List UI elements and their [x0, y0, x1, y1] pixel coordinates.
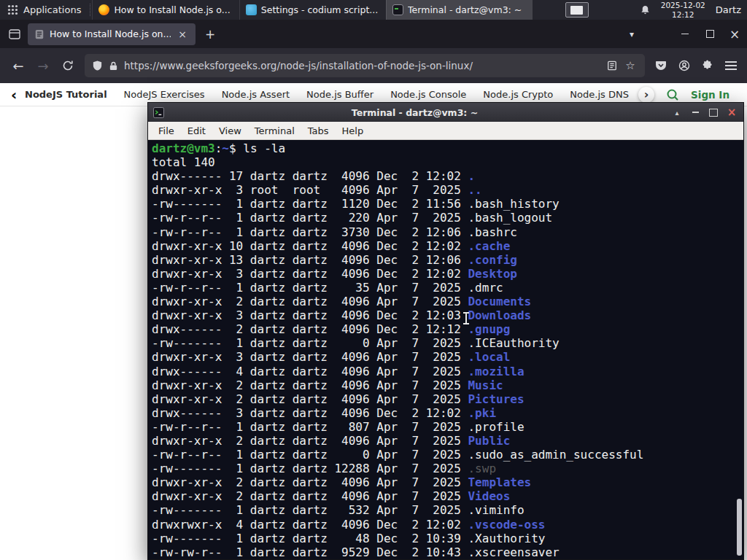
file-name: .cache	[468, 239, 510, 253]
terminal-body[interactable]: dartz@vm3:~$ ls -latotal 140drwx------ 1…	[148, 140, 743, 559]
file-name: .sudo_as_admin_successful	[468, 448, 643, 462]
terminal-output-lines: dartz@vm3:~$ ls -latotal 140drwx------ 1…	[148, 140, 743, 559]
nav-prev-chevron-icon[interactable]	[7, 86, 20, 104]
site-search-icon[interactable]	[666, 88, 679, 101]
site-nav-link[interactable]: Node.js Console	[390, 89, 466, 100]
prompt-user: dartz@vm3	[152, 141, 215, 155]
browser-maximize-button[interactable]	[697, 20, 722, 48]
file-name: .local	[468, 350, 510, 364]
file-name: Music	[468, 378, 503, 392]
terminal-listing-line: drwxr-xr-x 2 dartz dartz 4096 Apr 7 2025…	[152, 434, 743, 448]
applications-menu[interactable]: Applications	[0, 0, 88, 20]
clock-date: 2025-12-02	[661, 1, 705, 10]
site-nav-link[interactable]: Node.js Crypto	[483, 89, 553, 100]
file-name: .vscode-oss	[468, 518, 545, 532]
browser-close-button[interactable]	[722, 20, 747, 48]
notifications-bell-icon[interactable]	[640, 4, 651, 16]
terminal-listing-line: -rw-r--r-- 1 dartz dartz 220 Apr 7 2025 …	[152, 211, 743, 225]
terminal-menu-help[interactable]: Help	[336, 125, 371, 136]
toolbar-right-icons	[655, 60, 737, 71]
firefox-view-icon[interactable]	[4, 24, 25, 44]
file-name: .dmrc	[468, 281, 503, 295]
terminal-menu-file[interactable]: File	[152, 125, 181, 136]
terminal-icon	[392, 4, 403, 15]
terminal-close-button[interactable]	[725, 106, 738, 119]
file-name: .mozilla	[468, 365, 524, 378]
terminal-listing-line: -rw-rw-r-- 1 dartz dartz 9529 Dec 2 10:4…	[152, 545, 743, 559]
site-nav-items: NodeJS TutorialNodeJS ExercisesNode.js A…	[25, 89, 638, 100]
bookmark-star-icon[interactable]	[623, 58, 638, 73]
site-nav-link[interactable]: Node.js Buffer	[306, 89, 374, 100]
site-nav-link[interactable]: NodeJS Exercises	[124, 89, 205, 100]
panel-window-button[interactable]: Terminal - dartz@vm3: ~	[386, 0, 533, 20]
terminal-shade-button[interactable]	[670, 106, 684, 119]
url-text[interactable]: https://www.geeksforgeeks.org/node-js/in…	[124, 60, 601, 71]
terminal-listing-line: -rw------- 1 dartz dartz 0 Apr 7 2025 .I…	[152, 336, 743, 350]
terminal-listing-line: drwx------ 4 dartz dartz 4096 Apr 7 2025…	[152, 365, 743, 378]
terminal-maximize-button[interactable]	[707, 106, 720, 119]
panel-window-button[interactable]: How to Install Node.js o...	[92, 0, 239, 20]
panel-window-button[interactable]: Settings - codium script...	[239, 0, 386, 20]
list-all-tabs-icon[interactable]	[622, 24, 642, 44]
terminal-listing-line: -rw------- 1 dartz dartz 532 Apr 7 2025 …	[152, 503, 743, 517]
pocket-icon[interactable]	[655, 60, 667, 71]
back-button[interactable]	[6, 53, 31, 78]
extensions-icon[interactable]	[702, 60, 713, 71]
panel-status-area: 2025-12-02 12:12 Dartz	[640, 0, 747, 20]
account-icon[interactable]	[678, 60, 690, 71]
terminal-listing-line: drwxr-xr-x 2 dartz dartz 4096 Apr 7 2025…	[152, 378, 743, 392]
url-bar[interactable]: https://www.geeksforgeeks.org/node-js/in…	[85, 54, 645, 77]
terminal-listing-line: drwxrwxr-x 4 dartz dartz 4096 Dec 2 12:0…	[152, 518, 743, 532]
file-name: Downloads	[468, 308, 531, 322]
panel-window-buttons: How to Install Node.js o...Settings - co…	[92, 0, 533, 20]
terminal-menubar: FileEditViewTerminalTabsHelp	[148, 122, 743, 140]
terminal-menu-view[interactable]: View	[212, 125, 248, 136]
terminal-menu-edit[interactable]: Edit	[181, 125, 212, 136]
codium-icon	[246, 4, 257, 15]
site-nav-link[interactable]: Node.js Assert	[222, 89, 290, 100]
terminal-command: ls -la	[243, 141, 285, 155]
nav-next-chevron-icon[interactable]	[638, 87, 654, 103]
reader-mode-icon[interactable]	[607, 61, 617, 71]
user-menu[interactable]: Dartz	[716, 4, 741, 15]
file-name: ..	[468, 183, 481, 197]
menu-icon[interactable]	[725, 61, 737, 70]
terminal-menu-tabs[interactable]: Tabs	[301, 125, 336, 136]
file-name: .xscreensaver	[468, 545, 559, 559]
prompt-path: ~	[222, 141, 229, 155]
panel-clock[interactable]: 2025-12-02 12:12	[661, 1, 705, 19]
new-tab-button[interactable]	[200, 24, 220, 44]
terminal-scrollbar-thumb[interactable]	[737, 499, 742, 556]
site-nav-link[interactable]: NodeJS Tutorial	[25, 89, 107, 100]
file-name: .Xauthority	[468, 532, 545, 545]
file-name: Desktop	[468, 267, 516, 281]
top-panel: Applications How to Install Node.js o...…	[0, 0, 747, 20]
file-name: .swp	[468, 462, 496, 475]
terminal-listing-line: -rw-r--r-- 1 dartz dartz 35 Apr 7 2025 .…	[152, 281, 743, 295]
file-name: .bash_logout	[468, 211, 552, 225]
workspace-switcher[interactable]	[565, 2, 589, 18]
file-name: .profile	[468, 420, 524, 434]
terminal-minimize-button[interactable]	[689, 106, 702, 119]
firefox-icon	[98, 4, 109, 15]
forward-button[interactable]	[31, 53, 55, 78]
terminal-listing-line: drwxr-xr-x 3 dartz dartz 4096 Apr 7 2025…	[152, 350, 743, 364]
terminal-titlebar[interactable]: Terminal - dartz@vm3: ~	[148, 103, 743, 122]
browser-tab[interactable]: How to Install Node.js on...	[28, 23, 196, 45]
browser-minimize-button[interactable]	[673, 20, 697, 48]
terminal-listing-line: drwxr-xr-x 3 dartz dartz 4096 Dec 2 12:0…	[152, 308, 743, 322]
workspace-thumbnail	[570, 6, 583, 15]
reload-button[interactable]	[55, 53, 80, 78]
site-nav-link[interactable]: Node.js DNS	[570, 89, 629, 100]
panel-separator	[90, 4, 90, 16]
tracking-protection-shield-icon[interactable]	[92, 60, 103, 71]
sign-in-button[interactable]: Sign In	[691, 89, 729, 101]
tab-close-icon[interactable]	[176, 28, 189, 41]
terminal-listing-line: drwxr-xr-x 2 dartz dartz 4096 Apr 7 2025…	[152, 295, 743, 308]
terminal-listing-line: -rw------- 1 dartz dartz 1120 Dec 2 11:5…	[152, 197, 743, 211]
file-name: .config	[468, 253, 516, 267]
terminal-menu-terminal[interactable]: Terminal	[248, 125, 301, 136]
lock-icon[interactable]	[109, 61, 118, 71]
terminal-listing-line: drwxr-xr-x 2 dartz dartz 4096 Apr 7 2025…	[152, 392, 743, 406]
terminal-listing-line: -rw-r--r-- 1 dartz dartz 3730 Dec 2 12:0…	[152, 225, 743, 239]
